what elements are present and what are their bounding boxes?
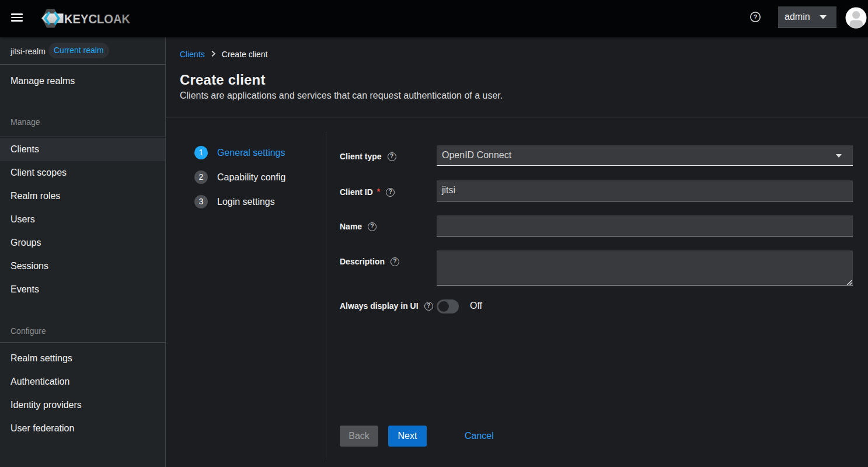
svg-text:KEYCLOAK: KEYCLOAK <box>64 12 130 26</box>
svg-text:?: ? <box>754 13 758 20</box>
